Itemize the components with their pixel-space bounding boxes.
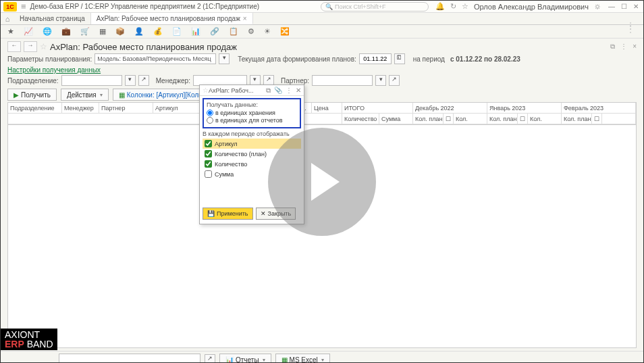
sub-dec-plan[interactable]: Кол. план xyxy=(413,114,444,124)
document-tabs: ⌂ Начальная страница AxPlan: Рабочее мес… xyxy=(1,13,643,25)
model-drop-button[interactable]: ▾ xyxy=(219,53,230,64)
reports-button[interactable]: 📊Отчеты▾ xyxy=(219,354,271,363)
close-panel-icon[interactable]: × xyxy=(633,43,637,51)
apply-button[interactable]: 💾Применить xyxy=(203,208,253,220)
sub-jan-kol[interactable]: Кол. xyxy=(528,114,562,124)
maximize-icon[interactable]: ☐ xyxy=(619,3,628,10)
filter-input[interactable] xyxy=(59,354,200,363)
dialog-more-icon[interactable]: ⋮ xyxy=(286,87,292,95)
history-icon[interactable]: ↻ xyxy=(450,2,456,11)
home-icon[interactable]: ⌂ xyxy=(1,15,14,23)
sub-feb-chk[interactable]: ☐ xyxy=(592,114,602,124)
params-row: Параметры планирования: Модель: Базовая/… xyxy=(7,53,637,64)
chart-icon[interactable]: 📈 xyxy=(24,27,33,36)
globe-icon[interactable]: 🌐 xyxy=(43,27,52,36)
forward-button[interactable]: → xyxy=(24,41,37,52)
col-feb[interactable]: Февраль 2023 xyxy=(562,103,636,113)
tab-axplan[interactable]: AxPlan: Рабочее место планирования прода… xyxy=(91,13,253,24)
podrazd-drop[interactable]: ▾ xyxy=(125,75,136,86)
user-name[interactable]: Орлов Александр Владимирович xyxy=(474,3,589,11)
filter-open[interactable]: ↗ xyxy=(205,354,215,363)
podrazd-input[interactable] xyxy=(61,75,122,86)
period-label: на период xyxy=(413,55,445,63)
columns-section-label: В каждом периоде отображать xyxy=(203,130,301,137)
back-button[interactable]: ← xyxy=(7,41,21,52)
excel-button[interactable]: ▦MS Excel▾ xyxy=(275,354,330,363)
settings-link[interactable]: Настройки получения данных xyxy=(7,66,101,74)
doc-icon[interactable]: 📄 xyxy=(172,27,182,36)
bell-icon[interactable]: 🔔 xyxy=(435,2,445,11)
col-podrazd[interactable]: Подразделение xyxy=(8,103,62,113)
action-row: ▶Получить Действия▾ ▦Колонки: [Артикул][… xyxy=(7,89,637,101)
tab-home[interactable]: Начальная страница xyxy=(14,13,91,24)
kebab-icon[interactable]: ⋮⋮ xyxy=(626,24,635,31)
col-jan[interactable]: Январь 2023 xyxy=(487,103,562,113)
period-value: с 01.12.22 по 28.02.23 xyxy=(450,55,520,63)
video-play-button[interactable] xyxy=(268,128,376,236)
dialog-titlebar[interactable]: ☆ AxPlan: Рабоч... ⧉ 📎 ⋮ ✕ xyxy=(200,85,304,96)
sub-dec-kol[interactable]: Кол. xyxy=(454,114,487,124)
briefcase-icon[interactable]: 💼 xyxy=(61,27,71,36)
actions-button[interactable]: Действия▾ xyxy=(61,89,109,101)
manager-label: Менеджер: xyxy=(156,77,190,84)
bars-icon[interactable]: 📊 xyxy=(191,27,200,36)
sub-dec-chk[interactable]: ☐ xyxy=(444,114,454,124)
podrazd-label: Подразделение: xyxy=(7,77,59,84)
partner-input[interactable] xyxy=(312,75,373,86)
radio-group-units: Получать данные: в единицах хранения в е… xyxy=(203,98,301,128)
sub-kol[interactable]: Количество xyxy=(342,114,379,124)
save-icon: 💾 xyxy=(207,210,215,217)
more-icon[interactable]: ⋮ xyxy=(620,43,627,51)
radio-report-units[interactable]: в единицах для отчетов xyxy=(207,117,297,124)
radio-storage-units[interactable]: в единицах хранения xyxy=(207,110,297,116)
fav-icon[interactable]: ☆ xyxy=(40,42,47,51)
global-search[interactable]: 🔍 Поиск Ctrl+Shift+F xyxy=(321,2,429,11)
col-price[interactable]: Цена xyxy=(312,103,342,113)
col-total[interactable]: ИТОГО xyxy=(342,103,413,113)
page-title: AxPlan: Рабочее место планирования прода… xyxy=(50,42,237,52)
plan-date-input[interactable] xyxy=(359,53,392,64)
title-actions: 🔔 ↻ ☆ Орлов Александр Владимирович ⛭ xyxy=(435,2,601,11)
calendar-icon[interactable]: 🗓 xyxy=(394,53,405,64)
person-icon[interactable]: 👤 xyxy=(134,27,144,36)
money-icon[interactable]: 💰 xyxy=(153,27,163,36)
logo-1c: 1C xyxy=(3,2,17,11)
app-title: Демо-база ERP / 1С:ERP Управление предпр… xyxy=(30,3,321,10)
col-manager[interactable]: Менеджер xyxy=(62,103,99,113)
sun-icon[interactable]: ☀ xyxy=(264,27,271,36)
radio-group-label: Получать данные: xyxy=(207,101,297,108)
page-icon[interactable]: 📋 xyxy=(229,27,238,36)
star-icon[interactable]: ☆ xyxy=(462,2,468,11)
star-tool-icon[interactable]: ★ xyxy=(7,27,14,36)
menu-icon[interactable]: ≡ xyxy=(21,1,26,11)
close-icon[interactable]: ✕ xyxy=(631,3,641,10)
dialog-star-icon[interactable]: ☆ xyxy=(203,87,209,94)
minimize-icon[interactable]: — xyxy=(607,3,616,10)
tab-close-icon[interactable]: × xyxy=(243,15,247,22)
podrazd-open[interactable]: ↗ xyxy=(138,75,149,86)
equalizer-icon[interactable]: ⛭ xyxy=(594,3,601,11)
dialog-attach-icon[interactable]: 📎 xyxy=(274,87,282,95)
model-combo[interactable]: Модель: Базовая/Периодичность Месяц xyxy=(95,53,216,64)
sub-jan-plan[interactable]: Кол. план xyxy=(487,114,518,124)
col-dec[interactable]: Декабрь 2022 xyxy=(413,103,487,113)
dialog-open-icon[interactable]: ⧉ xyxy=(266,87,271,95)
cart-icon[interactable]: 🛒 xyxy=(80,27,90,36)
share-icon[interactable]: 🔀 xyxy=(280,27,290,36)
get-data-button[interactable]: ▶Получить xyxy=(7,89,57,101)
partner-open[interactable]: ↗ xyxy=(389,75,400,86)
warehouse-icon[interactable]: ▦ xyxy=(99,27,106,36)
sub-jan-chk[interactable]: ☐ xyxy=(518,114,528,124)
dialog-close-icon[interactable]: ✕ xyxy=(296,87,301,95)
sub-sum[interactable]: Сумма xyxy=(379,114,413,124)
col-partner[interactable]: Партнер xyxy=(99,103,153,113)
sub-feb-plan[interactable]: Кол. план xyxy=(562,114,592,124)
link-icon[interactable]: 🔗 xyxy=(210,27,219,36)
gear-icon[interactable]: ⚙ xyxy=(248,27,254,36)
open-window-icon[interactable]: ⧉ xyxy=(610,43,615,51)
date-label: Текущая дата формирования планов: xyxy=(238,55,356,63)
report-icon: 📊 xyxy=(225,356,234,364)
partner-drop[interactable]: ▾ xyxy=(375,75,386,86)
search-icon: 🔍 xyxy=(325,3,333,10)
box-icon[interactable]: 📦 xyxy=(115,27,125,36)
